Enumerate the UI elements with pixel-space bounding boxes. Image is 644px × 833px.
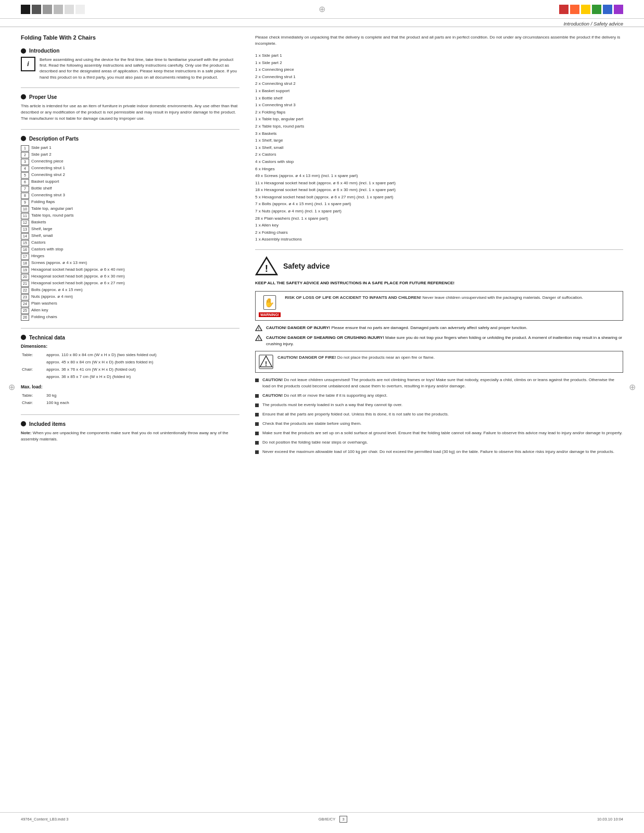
part-text: Folding chairs	[31, 314, 57, 320]
list-item: 7 x Bolts (approx. ø 4 x 15 mm) (incl. 1…	[255, 200, 623, 208]
list-item: 1 x Table top, angular part	[255, 116, 623, 123]
list-item: 1Side part 1	[21, 145, 239, 152]
part-num: 8	[21, 193, 29, 199]
color-block-r1	[559, 5, 569, 14]
divider-2	[21, 129, 239, 130]
chair-dim1: approx. 36 x 76 x 41 cm (W x H x D) (fol…	[46, 367, 238, 373]
list-item: 20Hexagonal socket head bolt (approx. ø …	[21, 273, 239, 280]
intro-text: Before assembling and using the device f…	[40, 57, 239, 80]
list-item: 2 x Connecting strut 1	[255, 73, 623, 81]
part-text: Side part 1	[31, 145, 52, 151]
small-sq-bullet	[255, 403, 259, 407]
part-num: 16	[21, 247, 29, 253]
warning-main-text: RISK OF LOSS OF LIFE OR ACCIDENT TO INFA…	[285, 295, 620, 301]
safety-bullet-text: CAUTION! Do not leave children unsupervi…	[262, 377, 623, 389]
small-sq-bullet	[255, 378, 259, 382]
part-text: Nuts (approx. ø 4 mm)	[31, 294, 73, 300]
part-text: Hexagonal socket head bolt (approx. ø 6 …	[31, 280, 125, 286]
list-item: 19Hexagonal socket head bolt (approx. ø …	[21, 267, 239, 273]
page-number: 3	[339, 816, 347, 823]
table-label: Table:	[22, 352, 45, 358]
caution-item-1: ! CAUTION! DANGER OF INJURY! Please ensu…	[255, 325, 623, 331]
list-item: 2 x Table tops, round parts	[255, 123, 623, 130]
part-text: Baskets	[31, 219, 46, 225]
warning-bold-text: RISK OF LOSS OF LIFE OR ACCIDENT TO INFA…	[285, 295, 421, 300]
list-item: 25Allen key	[21, 307, 239, 314]
safety-bullet-text: The products must be evenly loaded in su…	[262, 402, 623, 408]
included-items-section: Included items Note: When you are unpack…	[21, 421, 239, 443]
warning-triangle-icon: !	[255, 256, 278, 276]
list-item: 26Folding chairs	[21, 314, 239, 321]
list-item: 11 x Hexagonal socket head bolt (approx.…	[255, 180, 623, 187]
part-text: Table tops, round parts	[31, 212, 73, 219]
safety-title: Safety advice	[283, 262, 330, 270]
content-area: Folding Table With 2 Chairs Introduction…	[0, 31, 644, 458]
list-item: 24Plain washers	[21, 300, 239, 307]
list-item: 7Bottle shelf	[21, 185, 239, 192]
caution-1-bold: CAUTION! DANGER OF INJURY!	[266, 325, 330, 330]
footer-right: GB/IE/CY 3	[319, 816, 347, 823]
part-num: 18	[21, 260, 29, 267]
safety-bullet-text: Never exceed the maximum allowable load …	[262, 449, 623, 455]
list-item: 7 x Nuts (approx. ø 4 mm) (incl. 1 x spa…	[255, 208, 623, 215]
svg-text:!: !	[265, 263, 268, 274]
safety-item: Ensure that all the parts are properly f…	[255, 411, 623, 418]
load-table-label: Table:	[22, 393, 45, 399]
included-note: Note: When you are unpacking the compone…	[21, 430, 239, 443]
color-block-6	[75, 5, 85, 14]
reg-mark-left: ⊕	[8, 383, 15, 392]
part-num: 4	[21, 166, 29, 172]
list-item: 1 x Side part 1	[255, 52, 623, 59]
footer: 49764_Content_LB3.indd 3 GB/IE/CY 3 10.0…	[0, 812, 644, 823]
caution-triangle-icon-1: !	[255, 325, 262, 331]
load-table-row: Table: 30 kg	[22, 393, 238, 399]
caution-item-2: ! CAUTION! DANGER OF SHEARING OR CRUSHIN…	[255, 335, 623, 347]
table-row-dim1: Table: approx. 110 x 80 x 84 cm (W x H x…	[22, 352, 238, 358]
description-bullet	[21, 136, 26, 141]
part-num: 20	[21, 274, 29, 280]
list-item: 2Side part 2	[21, 152, 239, 158]
list-item: 1 x Connecting strut 3	[255, 102, 623, 109]
list-item: 1 x Bottle shelf	[255, 95, 623, 102]
part-text: Connecting piece	[31, 158, 64, 165]
table-row-dim2: approx. 45 x 80 x 84 cm (W x H x D) (bot…	[22, 359, 238, 365]
part-text: Castors	[31, 239, 46, 246]
list-item: 14Shelf, small	[21, 233, 239, 239]
list-item: 6Basket support	[21, 179, 239, 185]
caution-2-bold: CAUTION! DANGER OF SHEARING OR CRUSHING …	[266, 335, 384, 340]
info-icon: i	[21, 57, 35, 71]
caution-1-text: CAUTION! DANGER OF INJURY! Please ensure…	[266, 325, 623, 331]
part-num: 7	[21, 186, 29, 192]
safety-item: Make sure that the products are set up o…	[255, 430, 623, 436]
list-item: 9Folding flaps	[21, 199, 239, 206]
list-item: 22Bolts (approx. ø 4 x 15 mm)	[21, 287, 239, 294]
part-num: 19	[21, 267, 29, 273]
part-text: Connecting strut 3	[31, 192, 65, 198]
part-num: 23	[21, 294, 29, 300]
part-text: Hexagonal socket head bolt (approx. ø 6 …	[31, 267, 125, 273]
caution-1-normal: Please ensure that no parts are damaged.…	[332, 325, 528, 330]
chair-row-dim2: approx. 36 x 85 x 7 cm (W x H x D) (fold…	[22, 374, 238, 380]
safety-bullet-text: Make sure that the products are set up o…	[262, 430, 623, 436]
part-text: Hinges	[31, 253, 44, 259]
part-text: Hexagonal socket head bolt (approx. ø 6 …	[31, 273, 125, 280]
list-item: 4Connecting strut 1	[21, 165, 239, 172]
part-text: Bolts (approx. ø 4 x 15 mm)	[31, 287, 83, 293]
divider-3	[21, 328, 239, 329]
table-dim2: approx. 45 x 80 x 84 cm (W x H x D) (bot…	[46, 359, 238, 365]
safety-divider	[255, 249, 623, 250]
list-item: 21Hexagonal socket head bolt (approx. ø …	[21, 280, 239, 287]
part-num: 22	[21, 287, 29, 294]
part-text: Side part 2	[31, 152, 52, 158]
list-item: 2 x Connecting strut 2	[255, 80, 623, 87]
part-num: 17	[21, 254, 29, 260]
part-text: Shelf, small	[31, 233, 53, 239]
small-sq-bullet	[255, 422, 259, 426]
proper-use-bullet	[21, 94, 26, 99]
svg-text:!: !	[258, 337, 259, 341]
part-text: Folding flaps	[31, 199, 55, 205]
list-item: 2 x Folding chairs	[255, 229, 623, 236]
safety-item: CAUTION! Do not leave children unsupervi…	[255, 377, 623, 389]
list-item: 2 x Castors	[255, 151, 623, 158]
svg-text:✋: ✋	[264, 297, 275, 308]
